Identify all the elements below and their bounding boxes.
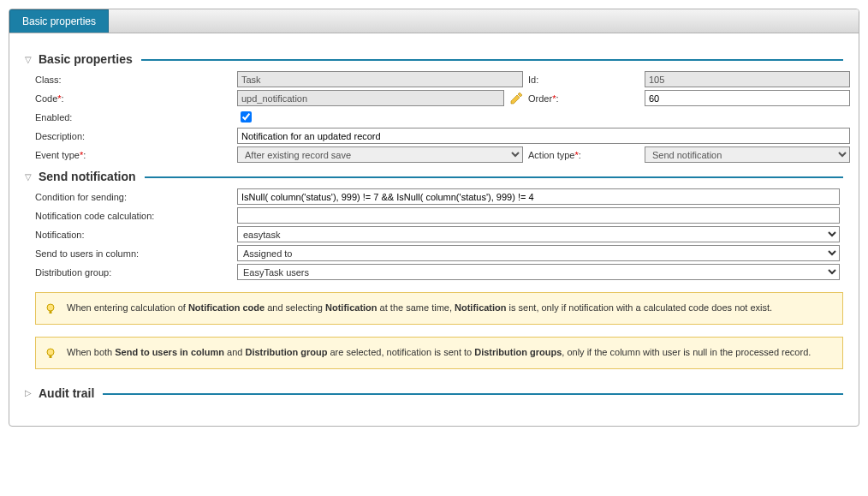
section-title: Basic properties [39, 52, 133, 66]
section-rule [141, 59, 843, 61]
label-send-col: Send to users in column: [35, 248, 232, 259]
section-header-send[interactable]: ▽ Send notification [25, 170, 843, 183]
section-header-basic[interactable]: ▽ Basic properties [25, 52, 843, 66]
notification-select[interactable]: easytask [237, 226, 840, 242]
label-calc: Notification code calculation: [35, 211, 232, 221]
basic-grid: Class: Id: Code*: Order*: Enabled: Descr… [35, 71, 843, 163]
lightbulb-icon [45, 348, 56, 364]
label-id: Id: [528, 75, 639, 85]
section-title: Send notification [39, 170, 136, 183]
description-field[interactable] [237, 128, 850, 144]
section-rule [145, 176, 843, 178]
label-order: Order*: [528, 93, 639, 104]
collapse-icon: ▽ [25, 55, 33, 64]
label-event-type: Event type*: [35, 150, 232, 160]
tab-basic-properties[interactable]: Basic properties [9, 9, 109, 33]
dist-group-select[interactable]: EasyTask users [237, 264, 840, 280]
label-description: Description: [35, 131, 232, 141]
info-note-2: When both Send to users in column and Di… [35, 337, 843, 369]
send-col-select[interactable]: Assigned to [237, 245, 840, 261]
svg-rect-3 [50, 356, 52, 358]
label-enabled: Enabled: [35, 112, 232, 123]
svg-point-2 [47, 349, 54, 356]
event-type-select[interactable]: After existing record save [237, 146, 523, 163]
panel-body: ▽ Basic properties Class: Id: Code*: Ord… [9, 33, 859, 426]
section-title: Audit trail [39, 386, 94, 400]
class-field [237, 71, 523, 87]
info-note-1: When entering calculation of Notificatio… [35, 292, 843, 325]
id-field [645, 71, 850, 87]
collapse-icon: ▽ [25, 172, 33, 182]
send-grid: Condition for sending: Notification code… [35, 188, 843, 280]
section-rule [103, 393, 843, 395]
order-field[interactable] [645, 90, 850, 106]
svg-rect-1 [50, 311, 52, 314]
section-header-audit[interactable]: ▷ Audit trail [25, 386, 843, 400]
edit-code-icon[interactable] [509, 92, 523, 105]
label-class: Class: [35, 75, 232, 85]
code-field [237, 90, 504, 106]
label-notification: Notification: [35, 230, 232, 240]
form-panel: Basic properties ▽ Basic properties Clas… [9, 9, 859, 427]
label-action-type: Action type*: [528, 150, 639, 160]
calc-field[interactable] [237, 207, 840, 224]
condition-field[interactable] [237, 188, 840, 205]
action-type-select[interactable]: Send notification [645, 146, 850, 163]
lightbulb-icon [45, 303, 56, 320]
tab-strip: Basic properties [9, 9, 859, 33]
enabled-checkbox[interactable] [241, 111, 252, 123]
svg-point-0 [47, 304, 54, 311]
label-code: Code*: [35, 93, 232, 104]
expand-icon: ▷ [25, 388, 33, 397]
label-dist-group: Distribution group: [35, 267, 232, 278]
label-condition: Condition for sending: [35, 192, 232, 202]
